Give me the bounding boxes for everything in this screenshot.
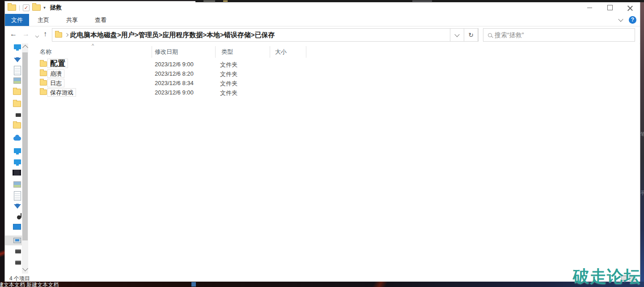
desktop-icon-fragment xyxy=(191,282,196,287)
downloads-icon[interactable] xyxy=(14,204,21,209)
window-title: 拯救 xyxy=(50,4,62,12)
file-name[interactable]: 配置 xyxy=(47,59,68,68)
ribbon-tab-bar: 文件 主页 共享 查看 xyxy=(5,14,640,26)
column-divider[interactable] xyxy=(215,46,216,58)
properties-check-icon[interactable]: ✓ xyxy=(23,4,30,11)
column-divider[interactable] xyxy=(152,46,152,58)
search-icon xyxy=(488,33,492,37)
tab-share[interactable]: 共享 xyxy=(58,14,86,26)
folder-icon xyxy=(40,61,47,67)
onedrive-icon[interactable] xyxy=(13,137,21,141)
new-folder-icon[interactable] xyxy=(32,4,41,11)
file-row[interactable]: 崩溃2023/12/6 8:20文件夹 xyxy=(28,69,341,78)
pinned-folder-icon[interactable] xyxy=(13,101,21,107)
sidebar-scrollbar[interactable] xyxy=(22,43,28,274)
pinned-folder-icon[interactable] xyxy=(13,122,21,129)
quick-access-pc-icon[interactable] xyxy=(14,44,21,49)
breadcrumb-path[interactable]: 此电脑本地磁盘>用户>管理员>应用程序数据>本地>错误存储>已保存 xyxy=(70,31,275,39)
minimize-icon xyxy=(587,8,592,8)
desktop-right-edge xyxy=(640,0,644,287)
file-date-modified: 2023/12/6 9:00 xyxy=(155,61,194,68)
desktop-icon-label: 手 xyxy=(640,190,644,197)
folder-icon xyxy=(40,90,47,95)
documents-icon[interactable] xyxy=(14,66,21,75)
close-icon xyxy=(627,5,633,10)
scrollbar-thumb[interactable] xyxy=(22,52,28,240)
minimize-button[interactable] xyxy=(580,1,600,14)
file-name[interactable]: 日志 xyxy=(47,79,64,87)
tab-home[interactable]: 主页 xyxy=(29,14,58,26)
file-list: ^ 名称 修改日期 类型 大小 配置2023/12/6 9:00文件夹崩溃202… xyxy=(28,43,640,274)
scroll-down-icon[interactable] xyxy=(22,266,28,271)
chevron-down-icon xyxy=(454,32,459,37)
refresh-button[interactable]: ↻ xyxy=(464,28,478,42)
search-input[interactable] xyxy=(494,31,635,39)
main-area: ^ 名称 修改日期 类型 大小 配置2023/12/6 9:00文件夹崩溃202… xyxy=(5,43,640,274)
file-row[interactable]: 日志2023/12/6 8:34文件夹 xyxy=(28,78,341,88)
recent-locations-icon[interactable] xyxy=(35,34,39,38)
help-icon[interactable]: ? xyxy=(629,16,636,24)
music-icon[interactable] xyxy=(17,215,21,219)
tab-file[interactable]: 文件 xyxy=(5,14,29,26)
back-button[interactable]: ← xyxy=(10,30,17,38)
tab-view[interactable]: 查看 xyxy=(86,14,115,26)
desktop-streak xyxy=(349,282,411,287)
ribbon-right-controls: ? xyxy=(619,14,636,26)
column-header-type[interactable]: 类型 xyxy=(221,48,233,56)
drive-icon[interactable] xyxy=(15,249,21,253)
pinned-folder-icon[interactable] xyxy=(13,89,21,95)
background-window-fragment xyxy=(203,0,215,2)
file-name[interactable]: 保存游戏 xyxy=(47,88,76,97)
downloads-icon[interactable] xyxy=(14,58,21,62)
column-header-date[interactable]: 修改日期 xyxy=(155,48,178,56)
drive-icon[interactable] xyxy=(15,261,21,265)
background-window-fragment xyxy=(412,0,432,2)
folder-icon xyxy=(40,80,47,86)
address-bar[interactable]: 此电脑本地磁盘>用户>管理员>应用程序数据>本地>错误存储>已保存 xyxy=(52,28,479,42)
forum-watermark: 破走论坛 xyxy=(573,266,641,287)
file-row[interactable]: 保存游戏2023/12/6 9:00文件夹 xyxy=(28,88,341,97)
folder-icon xyxy=(40,71,47,76)
videos-icon[interactable] xyxy=(13,170,21,176)
column-header-name[interactable]: 名称 xyxy=(40,48,51,56)
explorer-window: | ✓ ▾ 拯救 文件 主页 共享 查看 ? ← → xyxy=(4,1,640,282)
pictures-icon[interactable] xyxy=(13,77,21,84)
file-row[interactable]: 配置2023/12/6 9:00文件夹 xyxy=(28,60,341,69)
column-divider[interactable] xyxy=(270,46,270,58)
close-button[interactable] xyxy=(620,1,640,14)
column-divider[interactable] xyxy=(306,46,306,58)
documents-icon[interactable] xyxy=(14,191,21,201)
file-type: 文件夹 xyxy=(220,61,237,69)
desktop-file-labels: 建文本文档 新建文本文档 xyxy=(0,282,59,287)
forward-button[interactable]: → xyxy=(22,30,30,38)
sidebar xyxy=(5,43,22,274)
scroll-up-icon[interactable] xyxy=(22,45,28,51)
file-name[interactable]: 崩溃 xyxy=(47,69,64,78)
qat-dropdown-icon[interactable]: ▾ xyxy=(43,5,46,10)
up-button[interactable]: ↑ xyxy=(43,30,47,38)
background-window-fragment xyxy=(223,0,228,2)
column-headers: ^ 名称 修改日期 类型 大小 xyxy=(28,46,314,58)
pictures-icon[interactable] xyxy=(13,181,21,188)
file-date-modified: 2023/12/6 8:34 xyxy=(155,80,194,86)
explorer-app-icon[interactable] xyxy=(8,4,16,11)
screen: 笔 手 建文本文档 新建文本文档 破走论坛 | ✓ ▾ 拯救 xyxy=(0,0,644,287)
title-bar: | ✓ ▾ 拯救 xyxy=(5,1,640,14)
address-folder-icon xyxy=(55,32,62,38)
window-controls xyxy=(580,1,640,14)
network-icon[interactable] xyxy=(13,238,21,243)
maximize-icon xyxy=(607,5,613,10)
desktop-left-edge xyxy=(0,249,4,258)
column-header-size[interactable]: 大小 xyxy=(275,48,287,56)
quick-access-toolbar: | ✓ ▾ xyxy=(5,4,46,11)
desktop-icon[interactable] xyxy=(14,159,21,164)
device-icon[interactable] xyxy=(16,113,21,117)
expand-ribbon-icon[interactable] xyxy=(618,17,623,21)
desktop-taskbar-area: 建文本文档 新建文本文档 xyxy=(0,282,644,287)
status-bar: 4 个项目 xyxy=(5,274,640,283)
file-type: 文件夹 xyxy=(220,89,237,97)
maximize-button[interactable] xyxy=(600,1,620,14)
this-pc-icon[interactable] xyxy=(14,148,21,153)
local-disk-icon[interactable] xyxy=(13,224,21,230)
address-dropdown-button[interactable] xyxy=(450,28,464,42)
